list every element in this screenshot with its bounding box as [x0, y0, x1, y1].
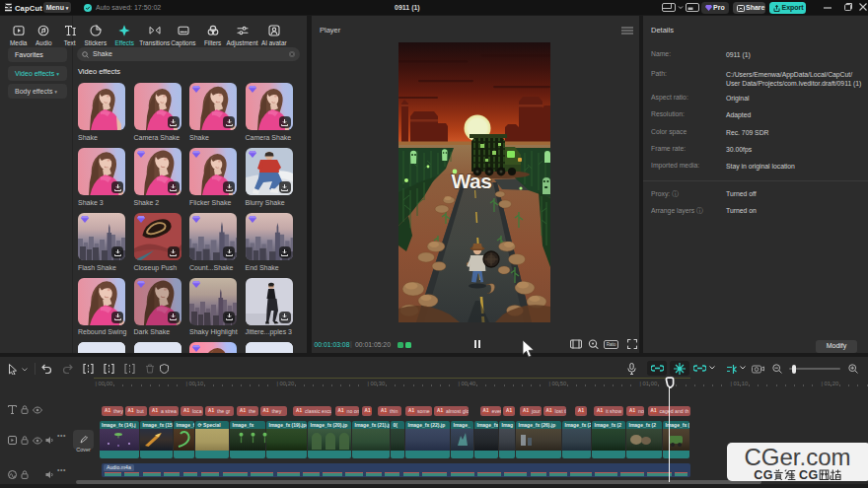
svg-text:Was: Was: [452, 170, 492, 192]
